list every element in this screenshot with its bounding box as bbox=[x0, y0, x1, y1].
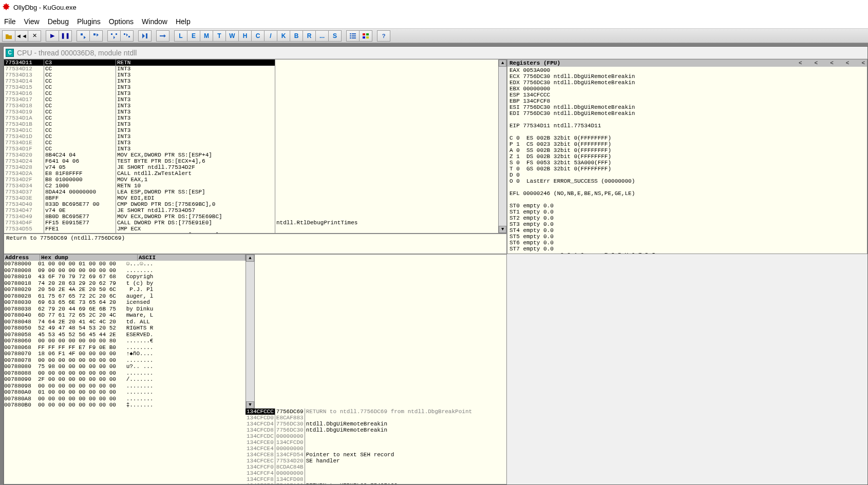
menu-options[interactable]: Options bbox=[109, 17, 134, 26]
registers-body: EAX 0053A000 ECX 7756DC30 ntdll.DbgUiRem… bbox=[507, 67, 867, 254]
step-into-button[interactable] bbox=[77, 30, 90, 42]
disasm-instruction: INT3 bbox=[116, 140, 275, 146]
stack-comment bbox=[305, 445, 473, 452]
execute-till-return-button[interactable] bbox=[138, 30, 152, 42]
scroll-up-icon[interactable]: ▲ bbox=[499, 60, 506, 67]
disasm-instruction: LEA EAX,DWORD PTR SS:[ESP+2E0] bbox=[116, 232, 275, 233]
scroll-up-icon[interactable]: ▲ bbox=[246, 255, 254, 262]
scroll-down-icon[interactable]: ▼ bbox=[499, 226, 506, 233]
help-button[interactable]: ? bbox=[377, 30, 390, 42]
dump-row: 007880A8 00 00 00 00 00 00 00 00 .......… bbox=[4, 396, 246, 402]
rewind-button[interactable]: ◄◄ bbox=[15, 30, 28, 42]
pause-button[interactable]: ❚❚ bbox=[59, 30, 72, 42]
disasm-comment bbox=[275, 152, 498, 158]
disasm-comment bbox=[275, 164, 498, 170]
window-c-button[interactable]: C bbox=[251, 30, 265, 42]
menu-help[interactable]: Help bbox=[176, 17, 191, 26]
stack-address: 134CFCFC bbox=[246, 482, 275, 485]
disasm-comment bbox=[275, 121, 498, 127]
window-e-button[interactable]: E bbox=[187, 30, 200, 42]
disasm-bytes: CC bbox=[44, 72, 116, 78]
dump-row: 00788048 74 64 2E 20 41 4C 4C 20 td. ALL bbox=[4, 319, 246, 325]
svg-rect-9 bbox=[366, 36, 369, 38]
stack-pane[interactable]: 134CFCCC134CFCD0134CFCD4134CFCD8134CFCDC… bbox=[246, 409, 255, 485]
stack-address: 134CFCF4 bbox=[246, 470, 275, 476]
disasm-bytes: v74 0E bbox=[44, 207, 116, 214]
menu-view[interactable]: View bbox=[24, 17, 40, 26]
info-pane[interactable]: Return to 7756DC69 (ntdll.7756DC69) bbox=[4, 234, 507, 254]
close-button[interactable]: ✕ bbox=[28, 30, 41, 42]
goto-button[interactable] bbox=[156, 30, 169, 42]
registers-pane[interactable]: Registers (FPU) <<<<< EAX 0053A000 ECX 7… bbox=[507, 59, 867, 254]
window-w-button[interactable]: W bbox=[225, 30, 239, 42]
dump-scrollbar[interactable]: ▲ ▼ bbox=[246, 255, 255, 409]
appearance-list-button[interactable] bbox=[346, 30, 360, 42]
titlebar-text: OllyDbg - KuGou.exe bbox=[13, 4, 77, 11]
dump-header-hex: Hex dump bbox=[40, 255, 138, 261]
stack-address: 134CFCE4 bbox=[246, 445, 275, 452]
disasm-bytes: 8D8424 E0020000 bbox=[44, 232, 116, 233]
disassembly-pane[interactable]: 77534D1177534D1277534D1377534D1477534D15… bbox=[4, 59, 507, 234]
stack-address: 134CFCE8 bbox=[246, 452, 275, 458]
disasm-bytes: CC bbox=[44, 146, 116, 152]
window-l-button[interactable]: L bbox=[174, 30, 187, 42]
disasm-bytes: FF15 E0915E77 bbox=[44, 220, 116, 226]
menu-plugins[interactable]: Plugins bbox=[77, 17, 101, 26]
info-text: Return to 7756DC69 (ntdll.7756DC69) bbox=[6, 235, 125, 241]
open-button[interactable] bbox=[2, 30, 15, 42]
window-s-button[interactable]: S bbox=[328, 30, 342, 42]
window-m-button[interactable]: M bbox=[200, 30, 213, 42]
disasm-address: 77534D47 bbox=[4, 207, 44, 214]
scroll-down-icon[interactable]: ▼ bbox=[246, 401, 254, 409]
window-k-button[interactable]: K bbox=[277, 30, 290, 42]
disasm-scrollbar[interactable]: ▲ ▼ bbox=[498, 60, 506, 233]
disasm-bytes: CC bbox=[44, 96, 116, 103]
disasm-bytes: CC bbox=[44, 66, 116, 72]
disasm-address: 77534D57 bbox=[4, 232, 44, 233]
disasm-bytes: C2 1000 bbox=[44, 183, 116, 189]
stack-comment: RETURN to ntdll.7756DC69 from ntdll.DbgB… bbox=[305, 409, 473, 415]
dump-row: 00788038 62 79 20 44 69 6E 6B 75 by Dink… bbox=[4, 306, 246, 313]
appearance-grid-button[interactable] bbox=[359, 30, 372, 42]
menu-file[interactable]: File bbox=[4, 17, 16, 26]
window-/-button[interactable]: / bbox=[264, 30, 277, 42]
trace-into-button[interactable] bbox=[107, 30, 121, 42]
disasm-bytes: CC bbox=[44, 78, 116, 84]
dump-row: 00788058 45 53 45 52 56 45 44 2E ESERVED… bbox=[4, 332, 246, 338]
svg-rect-5 bbox=[352, 37, 356, 38]
window-h-button[interactable]: H bbox=[238, 30, 252, 42]
cpu-titlebar[interactable]: C CPU - thread 000036D8, module ntdll bbox=[4, 47, 867, 59]
menu-window[interactable]: Window bbox=[142, 17, 167, 26]
stack-comment bbox=[305, 470, 473, 476]
run-button[interactable]: ▶ bbox=[46, 30, 59, 42]
disasm-instruction: INT3 bbox=[116, 133, 275, 140]
stack-comment bbox=[305, 415, 473, 421]
stack-comment: RETURN to KERNEL32.7542FA29 bbox=[305, 482, 473, 485]
disasm-bytes: C3 bbox=[44, 60, 116, 66]
step-over-button[interactable] bbox=[89, 30, 103, 42]
trace-over-button[interactable] bbox=[120, 30, 134, 42]
svg-rect-8 bbox=[363, 36, 365, 38]
menu-debug[interactable]: Debug bbox=[48, 17, 69, 26]
svg-rect-7 bbox=[366, 33, 369, 35]
window-r-button[interactable]: R bbox=[303, 30, 316, 42]
disasm-address: 77534D14 bbox=[4, 78, 44, 84]
disasm-bytes: CC bbox=[44, 90, 116, 96]
disasm-comment bbox=[275, 90, 498, 96]
disasm-bytes: 8DA424 00000000 bbox=[44, 189, 116, 195]
disasm-address: 77534D40 bbox=[4, 201, 44, 207]
dump-pane[interactable]: Address Hex dump ASCII 00788000 01 00 00… bbox=[4, 254, 507, 484]
disasm-comment bbox=[275, 232, 498, 233]
window-...-button[interactable]: ... bbox=[315, 30, 329, 42]
disasm-bytes: 833D BC695E77 00 bbox=[44, 201, 116, 207]
stack-value: 7756DC30 bbox=[275, 421, 305, 427]
registers-header: Registers (FPU) bbox=[510, 60, 560, 66]
disasm-address: 77534D1F bbox=[4, 146, 44, 152]
svg-rect-3 bbox=[352, 35, 356, 36]
dump-row: 007880A0 01 00 00 00 00 00 00 00 .......… bbox=[4, 389, 246, 396]
window-b-button[interactable]: B bbox=[290, 30, 303, 42]
window-t-button[interactable]: T bbox=[213, 30, 226, 42]
register-nav-arrows[interactable]: <<<<< bbox=[799, 60, 865, 66]
disasm-comment bbox=[275, 115, 498, 121]
dump-row: 00788010 43 6F 70 79 72 69 67 68 Copyrig… bbox=[4, 274, 246, 280]
